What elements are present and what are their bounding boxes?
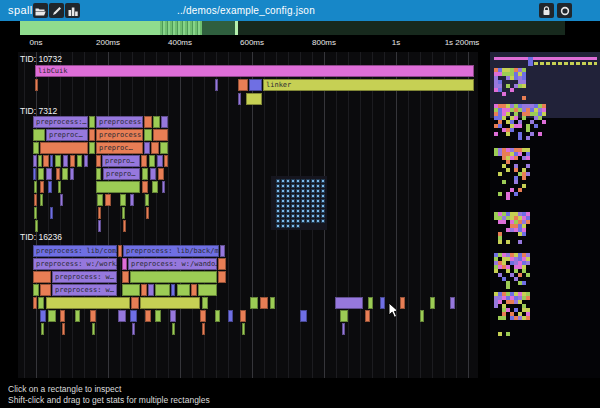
flame-bar[interactable]: preproc… bbox=[46, 129, 88, 141]
flame-bar[interactable] bbox=[200, 310, 206, 322]
flame-bar[interactable] bbox=[170, 310, 176, 322]
overview-strip-segment[interactable] bbox=[20, 21, 160, 35]
flame-bar[interactable] bbox=[35, 220, 38, 232]
flame-bar[interactable] bbox=[123, 220, 126, 232]
flame-bar[interactable] bbox=[48, 310, 56, 322]
flame-bar[interactable] bbox=[96, 168, 101, 180]
flame-bar[interactable] bbox=[450, 297, 455, 309]
flame-bar[interactable] bbox=[238, 79, 248, 91]
flame-bar[interactable] bbox=[202, 297, 208, 309]
flame-bar[interactable] bbox=[249, 79, 262, 91]
flame-bar[interactable] bbox=[145, 310, 151, 322]
flame-bar[interactable] bbox=[77, 155, 82, 167]
flame-bar[interactable] bbox=[40, 310, 46, 322]
flame-bar[interactable] bbox=[89, 116, 95, 128]
flame-bar[interactable] bbox=[144, 142, 150, 154]
flame-bar[interactable] bbox=[33, 284, 39, 296]
flame-bar[interactable] bbox=[33, 129, 45, 141]
flame-bar[interactable] bbox=[430, 297, 435, 309]
flame-bar[interactable] bbox=[150, 168, 156, 180]
flame-bar[interactable] bbox=[130, 310, 137, 322]
flame-bar[interactable] bbox=[365, 310, 370, 322]
flame-bar[interactable] bbox=[148, 284, 154, 296]
flame-bar[interactable] bbox=[40, 142, 88, 154]
flame-bar[interactable] bbox=[155, 284, 170, 296]
flame-bar[interactable] bbox=[164, 155, 168, 167]
flame-bar[interactable] bbox=[152, 181, 158, 193]
flame-bar[interactable] bbox=[215, 79, 218, 91]
flame-bar[interactable] bbox=[250, 297, 258, 309]
flame-bar[interactable]: prepro… bbox=[102, 155, 140, 167]
flame-bar[interactable] bbox=[46, 297, 130, 309]
flame-bar[interactable] bbox=[149, 155, 155, 167]
flame-bar[interactable] bbox=[228, 310, 233, 322]
flame-bar[interactable] bbox=[33, 142, 39, 154]
settings-button[interactable] bbox=[557, 3, 572, 18]
flame-bar[interactable]: prepro… bbox=[103, 168, 140, 180]
flame-bar[interactable] bbox=[96, 155, 101, 167]
flame-bar[interactable] bbox=[218, 271, 226, 283]
flame-bar[interactable] bbox=[368, 297, 373, 309]
flame-bar[interactable] bbox=[246, 93, 262, 105]
flame-bar[interactable]: preproc… bbox=[96, 142, 143, 154]
flame-bar[interactable] bbox=[33, 155, 37, 167]
flame-bar[interactable] bbox=[172, 323, 175, 335]
flame-bar[interactable] bbox=[300, 310, 307, 322]
flame-bar[interactable]: preprocess: lib/com… bbox=[33, 245, 117, 257]
flame-bar[interactable] bbox=[202, 323, 205, 335]
flame-bar[interactable] bbox=[105, 194, 111, 206]
open-file-button[interactable] bbox=[33, 3, 48, 18]
flame-bar[interactable] bbox=[75, 310, 80, 322]
flame-bar[interactable] bbox=[151, 142, 159, 154]
flame-bar[interactable] bbox=[144, 129, 152, 141]
flame-bar[interactable] bbox=[62, 323, 65, 335]
flame-bar[interactable] bbox=[158, 168, 164, 180]
flame-bar[interactable] bbox=[34, 207, 37, 219]
flame-bar[interactable] bbox=[118, 245, 122, 257]
flame-bar[interactable] bbox=[41, 323, 44, 335]
flame-bar[interactable] bbox=[400, 297, 405, 309]
flame-bar[interactable]: preprocess:… bbox=[96, 116, 143, 128]
flame-bar[interactable] bbox=[56, 168, 60, 180]
flame-bar[interactable]: preprocess: w:/work… bbox=[33, 258, 117, 270]
flame-bar[interactable] bbox=[140, 297, 200, 309]
flame-bar[interactable] bbox=[40, 181, 44, 193]
flame-bar[interactable] bbox=[218, 258, 226, 270]
minimap-panel[interactable] bbox=[490, 52, 600, 378]
flame-bar[interactable] bbox=[55, 155, 61, 167]
flame-bar[interactable] bbox=[342, 323, 345, 335]
flame-bar[interactable] bbox=[50, 207, 53, 219]
flame-bar[interactable] bbox=[84, 155, 88, 167]
flame-bar[interactable] bbox=[33, 297, 37, 309]
flame-bar[interactable] bbox=[141, 284, 147, 296]
flame-bar[interactable] bbox=[50, 155, 53, 167]
flame-bar[interactable] bbox=[97, 194, 103, 206]
flame-bar[interactable]: preprocess: lib/back/mi… bbox=[123, 245, 219, 257]
flame-bar[interactable] bbox=[122, 284, 140, 296]
flame-bar[interactable] bbox=[161, 116, 168, 128]
flame-bar[interactable] bbox=[162, 181, 165, 193]
flame-bar[interactable] bbox=[122, 207, 125, 219]
flame-bar[interactable] bbox=[58, 181, 61, 193]
flame-bar[interactable] bbox=[118, 310, 126, 322]
flame-bar[interactable] bbox=[43, 155, 49, 167]
flame-bar[interactable] bbox=[70, 155, 75, 167]
flame-bar[interactable] bbox=[242, 323, 245, 335]
flame-bar[interactable]: preprocess:… bbox=[33, 116, 88, 128]
flame-bar[interactable] bbox=[160, 142, 168, 154]
flame-bar[interactable] bbox=[420, 310, 424, 322]
flame-bar[interactable] bbox=[98, 220, 101, 232]
flame-bar[interactable] bbox=[120, 194, 126, 206]
stats-button[interactable] bbox=[65, 3, 80, 18]
flame-bar[interactable] bbox=[142, 181, 148, 193]
flame-bar[interactable] bbox=[38, 168, 44, 180]
flame-bar[interactable] bbox=[40, 194, 43, 206]
flame-bar[interactable] bbox=[48, 181, 52, 193]
flame-bar[interactable]: preprocess: w… bbox=[52, 284, 117, 296]
flame-bar[interactable] bbox=[89, 142, 95, 154]
flame-bar[interactable] bbox=[238, 93, 241, 105]
flame-bar[interactable] bbox=[146, 207, 149, 219]
flame-bar[interactable] bbox=[46, 168, 52, 180]
flame-bar[interactable] bbox=[60, 310, 65, 322]
flame-bar[interactable] bbox=[260, 297, 268, 309]
